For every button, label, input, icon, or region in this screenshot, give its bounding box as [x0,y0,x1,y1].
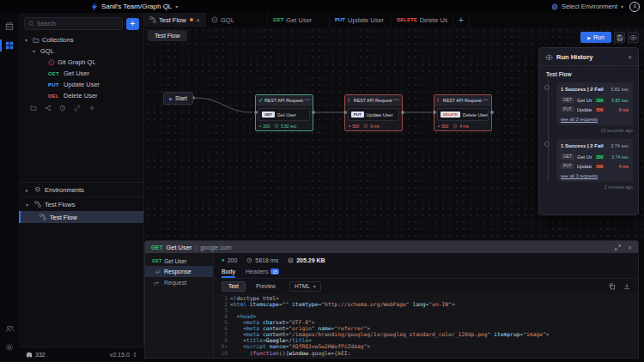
collections-tree: ▾Collections▾GQLGit Graph QLGETGet UserP… [19,34,143,101]
output-port[interactable] [401,111,404,114]
close-tab-icon[interactable]: ✕ [196,17,200,23]
share-icon[interactable] [45,105,52,112]
response-request-row[interactable]: GETGet User [145,256,213,266]
tree-item-update-user[interactable]: PUTUpdate User [19,79,143,90]
run-request-row[interactable]: GETGet User2003.74 sec [561,152,629,161]
tree-item-git-graph-ql[interactable]: Git Graph QL [19,57,143,68]
node-menu-icon[interactable]: ••• [394,98,399,102]
code-token: XQfRQ1vw5w2HWufPzZdaag [292,343,363,349]
flow-node-delete-user[interactable]: !REST API Request•••DELETEDelete User●50… [434,94,492,131]
see-all-requests-link[interactable]: see all 3 requests [561,117,629,122]
view-preview[interactable]: Preview [250,282,282,291]
tree-item-gql[interactable]: ▾GQL [19,45,143,57]
workspace-switcher[interactable]: Sanil's Team/Graph QL ▾ [91,0,178,13]
open-tabs: Test Flow✕GQLGETGet UserPUTUpdate UserDE… [144,13,453,27]
close-panel-icon[interactable]: ✕ [628,244,632,250]
link-icon[interactable] [74,105,81,112]
input-port[interactable] [433,111,436,114]
see-all-requests-link[interactable]: see all 3 requests [561,173,629,178]
run-request-row[interactable]: PUTUpdate User5009 ms [561,105,629,114]
close-run-history-icon[interactable]: ✕ [628,54,632,60]
github-stars[interactable]: 332 [26,352,46,359]
flow-canvas[interactable]: Test Flow ▶ Run ▶ Start ✓REST API Reques… [144,27,644,240]
new-tab-button[interactable]: + [453,13,470,27]
tab-update-user[interactable]: PUTUpdate User [330,13,392,27]
tab-test-flow[interactable]: Test Flow✕ [144,13,206,27]
tab-get-user[interactable]: GETGet User [268,13,330,27]
top-bar: Sanil's Team/Graph QL ▾ Select Environme… [0,0,644,13]
tab-gql[interactable]: GQL [206,13,268,27]
clock-icon [363,124,368,129]
run-button[interactable]: ▶ Run [580,32,611,43]
request-host: google.com [200,244,231,250]
run-request-row[interactable]: PUTUpdate User5004 ms [561,161,629,171]
flow-item-test-flow[interactable]: Test Flow [19,211,143,223]
download-icon[interactable] [623,283,630,290]
flow-name-chip[interactable]: Test Flow [148,30,187,41]
workspace-grid-icon[interactable] [0,38,19,53]
code-token: .google={kEI: [308,350,350,356]
code-tokens: <meta content="origin" name="referrer"> [230,325,370,331]
history-icon[interactable] [59,105,66,112]
node-status-icon: ✓ [258,97,263,103]
tree-item-delete-user[interactable]: DELDelete User [19,90,143,101]
view-text[interactable]: Text [222,281,246,292]
result-tab-body[interactable]: Body [222,268,235,278]
language-dropdown[interactable]: HTML ▾ [289,281,321,292]
run-history-toggle-button[interactable] [628,32,639,43]
start-node-label: Start [175,95,187,101]
new-folder-icon[interactable] [30,105,37,112]
node-request-name: Delete User [463,112,488,118]
result-tab-headers[interactable]: Headers15 [246,268,279,278]
search-input[interactable]: Search [24,17,123,30]
settings-gear-icon[interactable] [0,340,19,355]
workspace-name: Sanil's Team/Graph QL [101,3,172,10]
node-menu-icon[interactable]: ••• [483,98,489,102]
run-card[interactable]: 1 Success | 2 Fail5.82 secGETGet User200… [556,82,633,125]
run-summary: 1 Success | 2 Fail [561,87,611,92]
run-request-row[interactable]: GETGet User2005.82 sec [561,95,629,105]
run-card[interactable]: 1 Success | 2 Fail3.74 secGETGet User200… [556,139,633,182]
tab-delete-user[interactable]: DELETEDelete User [392,13,453,27]
nav-response[interactable]: Response [145,266,213,277]
input-port[interactable] [254,111,258,114]
collection-settings-icon[interactable] [88,105,95,112]
response-panel-title-bar[interactable]: GET Get User | google.com ✕ [145,241,638,253]
run-timestamp: 15 seconds ago [556,128,633,133]
tree-item-get-user[interactable]: GETGet User [19,68,143,79]
avatar[interactable] [629,2,640,12]
flow-node-update-user[interactable]: !REST API Request•••PUTUpdate User●5009 … [344,94,403,131]
add-new-button[interactable]: + [126,18,139,30]
status-code-value: 200 [228,257,238,263]
flow-node-get-user[interactable]: ✓REST API Request•••GETGet User●2005.82 … [255,94,313,131]
code-token: =" [285,319,292,325]
tree-item-collections[interactable]: ▾Collections [19,34,143,45]
nav-request[interactable]: Request [145,277,213,288]
inbox-icon[interactable] [0,19,19,34]
output-port[interactable] [312,111,315,114]
section-test-flows[interactable]: ▾Test Flows [19,196,143,211]
node-menu-icon[interactable]: ••• [305,98,310,102]
code-token: content [263,325,286,331]
expand-panel-icon[interactable] [615,244,621,250]
run-summary: 1 Success | 2 Fail [561,143,611,148]
copy-icon[interactable] [609,283,616,290]
community-icon[interactable] [0,321,19,336]
code-token: =" [519,331,526,337]
result-tab-label: Body [222,268,235,275]
output-port[interactable] [490,111,494,114]
code-token: referrer [337,325,363,331]
node-request-name: Get User [277,112,296,118]
version-info[interactable]: v2.15.0 [110,352,137,358]
input-port[interactable] [343,111,347,114]
request-duration: 5.82 sec [608,98,629,103]
section-environments[interactable]: ▸Environments [19,182,143,196]
code-line: 9 <script nonce="XQfRQ1vw5w2HWufPzZdaag"… [214,343,638,350]
code-tokens: <head> [230,313,256,319]
code-token: name [318,325,331,331]
response-body-code[interactable]: 1<!doctype html>2<html itemscope="" item… [214,293,638,358]
save-flow-button[interactable] [614,32,625,43]
code-token: image [526,331,543,337]
environment-selector[interactable]: Select Environment ▾ [551,3,623,10]
start-node[interactable]: ▶ Start [163,92,193,105]
